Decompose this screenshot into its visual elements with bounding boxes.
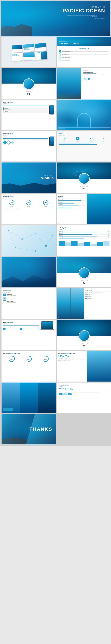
mockup-card-6: [35, 51, 47, 60]
bar-chart-content: Desktop Mobile Category 01 Category 02 C…: [57, 194, 87, 224]
pct-photo-content: Percentage Services Possible 11% Categor…: [57, 351, 87, 382]
slide-left-basic-1: img Left Align Basic ★★★★★ Feature 01 De…: [1, 100, 56, 130]
slide-ocean-map: Interesting Diving 12: [1, 225, 56, 256]
tl-dot-1: [86, 294, 86, 296]
slide-chapter03: CHAPTER 03 15: [57, 257, 111, 288]
slide-num-15: 13: [58, 254, 59, 255]
contents-item-1: 01 Enjoy The Pacific Ocean: [59, 50, 109, 53]
cover-title-block: ENJOY THE PACIFIC OCEAN This presentatio…: [63, 6, 105, 19]
slide-bridge-photo: What Gives Sed ut perspiciatis unde omni…: [57, 288, 111, 319]
slide-num-17: 15: [58, 286, 59, 287]
pct-title: Percentage Services Possible: [3, 353, 54, 354]
slide-num-16: 14: [54, 286, 55, 287]
contents-num-2: 02: [59, 53, 61, 56]
circ-prog-1: 68% Number: [9, 200, 15, 207]
contents-header-image: ENJOY THE PACIFIC OCEAN: [57, 37, 111, 46]
slide-num-7: 05: [109, 129, 110, 130]
slide-num-8: 06: [2, 160, 4, 161]
multi-icons-row: ◎ Model 1 ▲ Model 2 ■ Model 3 ★ Model 4: [58, 137, 110, 142]
slide-cliff-photo: Interesting Diving Interesting Diving Se…: [57, 68, 111, 99]
feat-icon-2: ▲: [3, 297, 6, 300]
slide-enjoy-world: ENJOY THE WORLD 08: [1, 162, 56, 193]
svg-point-16: [21, 238, 23, 240]
svg-point-15: [8, 230, 9, 231]
big-pcts: 11% Category 5% Category: [58, 355, 86, 359]
slide-chapter02: CHAPTER 02 09: [57, 162, 111, 193]
prog-stars: ★★★★★: [58, 229, 110, 230]
chapter04-label: CHAPTER 04: [80, 343, 88, 347]
thanks-text-block: THANKS: [29, 426, 56, 432]
svg-point-19: [52, 235, 53, 236]
multi-title: Multi: [58, 133, 110, 134]
slide-multi-layout: Multi Layout Editing ◎ Model 1 ▲ Model 2…: [57, 131, 111, 162]
chapter01-label: CHAPTER 01: [24, 91, 32, 95]
slide-num-5: 03: [58, 97, 59, 98]
multi-label-4: Model 4: [102, 141, 105, 142]
svg-text:81%: 81%: [44, 202, 47, 203]
multi-subtitle: Layout Editing: [58, 135, 110, 136]
tag-boxes: Tag 01 Tag 02 Tag 03: [58, 393, 110, 395]
circles-title: Left Align Basic: [3, 196, 54, 197]
stars-1: ★★★★★: [3, 103, 54, 104]
pct-photo-image: [87, 351, 111, 382]
stars-2: ★★★★★: [3, 134, 54, 136]
slide-num-22: 20: [2, 380, 4, 381]
slide-percentage: Percentage Services Possible 33% Service…: [1, 351, 56, 382]
svg-text:28%: 28%: [44, 358, 47, 360]
svg-point-21: [35, 250, 36, 252]
circ-prog-2: 72% Number: [26, 200, 32, 207]
slide-num-12: 10: [2, 223, 4, 224]
svg-line-11: [36, 234, 46, 246]
slide-tag-6: img: [53, 100, 54, 101]
contents-text-2: Left Align Basic: [62, 54, 69, 55]
lab1-title: Left Align Basic: [3, 101, 54, 103]
circle-progresses: 68% Number 72% Number 81: [3, 200, 54, 207]
slide-mockup-grid: Pacific Ocean ENJOY THEPACIFIC OCEAN ENJ…: [1, 36, 56, 67]
circ-label-3: Number: [44, 206, 47, 207]
slide-num-11: 09: [58, 192, 59, 192]
contents-text-1: Enjoy The Pacific Ocean: [62, 51, 74, 52]
phone-mockup-2: [49, 136, 54, 146]
bar-photo: [87, 194, 111, 224]
contents-title: CONTENTS: [59, 48, 109, 49]
slide-num-3: 01: [58, 66, 59, 67]
percentages-row: 33% Services 01 25% Services 02: [3, 356, 54, 364]
circles-stars: ★★★★★: [3, 197, 54, 198]
photo-col-2: [20, 382, 38, 413]
circ-label-2: Number: [27, 206, 30, 207]
slide-cover: ENJOY THE PACIFIC OCEAN This presentatio…: [1, 1, 110, 36]
slide-num-4: 02: [2, 97, 4, 98]
chapter04-circle: [78, 330, 90, 342]
thanks-label: THANKS: [29, 426, 52, 432]
prog-title: Left Align Basic: [58, 227, 110, 228]
bridge-info: What Gives Sed ut perspiciatis unde omni…: [84, 288, 111, 319]
circ-label-1: Number: [10, 206, 13, 207]
slide-progress: Left Align Basic ★★★★★ Category 0185% Ca…: [57, 225, 111, 256]
contents-body: CONTENTS 01 Enjoy The Pacific Ocean 02 L…: [57, 46, 111, 63]
lab2-title: Left Align Basic: [3, 133, 54, 134]
chapter01-circle: [23, 78, 34, 90]
slide-thanks: THANKS: [1, 414, 56, 444]
multi-bars: [58, 143, 110, 145]
contents-item-4: 04 Chapter & Slides: [59, 59, 109, 61]
svg-text:25%: 25%: [27, 358, 30, 360]
scatter-dots: [58, 388, 110, 390]
slide-blue-arch: Interesting Diving 05: [57, 100, 111, 130]
slide-coastal-photo: Interesting Diving 14: [1, 257, 56, 288]
slide-num-20: 18: [2, 349, 4, 350]
mockup-card-3: [35, 43, 46, 51]
slide-chapter04: CHAPTER 04 19: [57, 320, 111, 350]
all-prog-bars: Category 0185% Category 0265% Category 0…: [58, 231, 110, 239]
multi-label-1: Model 1: [63, 141, 66, 142]
slide-num-18: 16: [2, 317, 4, 318]
slide-num-19: 17: [58, 317, 59, 318]
slide-laptop-info: Left Align Basic ★★★★★ 1 2 3: [1, 320, 56, 350]
contents-item-3: 03 Multi Layout Editing: [59, 56, 109, 58]
slide-left-basic-2: Left Align Basic ★★★★★: [1, 131, 56, 162]
multi-label-3: Model 3: [89, 141, 92, 142]
vertical-bars: [58, 240, 110, 246]
slide-num-9: 07: [58, 160, 59, 161]
pct-item-3: 28% Services 03: [42, 356, 49, 364]
slide-bar-chart: Desktop Mobile Category 01 Category 02 C…: [57, 194, 111, 224]
chapter02-circle: [78, 173, 90, 184]
